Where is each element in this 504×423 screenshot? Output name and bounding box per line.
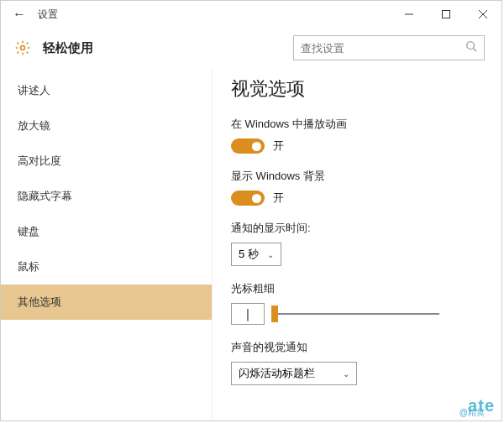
search-box[interactable] <box>293 35 485 60</box>
sidebar-item-label: 隐藏式字幕 <box>18 190 72 202</box>
svg-point-4 <box>21 46 25 50</box>
close-icon <box>479 10 487 18</box>
background-toggle[interactable] <box>231 191 265 206</box>
background-label: 显示 Windows 背景 <box>231 169 483 184</box>
settings-window: ← 设置 轻松使用 讲述人 放大镜 高 <box>0 0 502 421</box>
titlebar: ← 设置 <box>1 1 501 28</box>
maximize-button[interactable] <box>428 3 465 26</box>
content-pane: 视觉选项 在 Windows 中播放动画 开 显示 Windows 背景 开 通… <box>213 68 501 420</box>
close-button[interactable] <box>465 3 501 26</box>
sidebar-item-label: 讲述人 <box>18 84 50 97</box>
chevron-down-icon: ⌄ <box>343 369 349 379</box>
cursor-thickness-slider[interactable] <box>271 306 439 322</box>
maximize-icon <box>442 10 450 18</box>
gear-icon <box>13 38 33 58</box>
back-button[interactable]: ← <box>13 7 29 22</box>
sidebar-item-label: 高对比度 <box>18 154 61 167</box>
sound-visual-label: 声音的视觉通知 <box>231 340 483 355</box>
sidebar-item-high-contrast[interactable]: 高对比度 <box>1 144 212 179</box>
sidebar-item-keyboard[interactable]: 键盘 <box>1 214 212 249</box>
animations-toggle[interactable] <box>231 138 265 154</box>
sidebar-item-narrator[interactable]: 讲述人 <box>1 73 212 108</box>
sidebar-item-label: 放大镜 <box>18 119 50 132</box>
sound-visual-value: 闪烁活动标题栏 <box>239 366 315 381</box>
notification-duration-label: 通知的显示时间: <box>231 221 483 236</box>
cursor-preview: | <box>231 303 265 325</box>
minimize-icon <box>405 10 413 18</box>
minimize-button[interactable] <box>391 3 428 26</box>
cursor-thickness-label: 光标粗细 <box>231 281 483 296</box>
search-icon <box>465 40 477 55</box>
animations-state: 开 <box>273 138 284 154</box>
slider-thumb[interactable] <box>271 306 278 322</box>
sidebar-item-label: 鼠标 <box>18 260 39 273</box>
svg-line-6 <box>474 49 477 52</box>
page-heading: 视觉选项 <box>231 76 483 102</box>
sidebar-item-label: 其他选项 <box>18 295 61 308</box>
notification-duration-value: 5 秒 <box>239 247 259 262</box>
sidebar: 讲述人 放大镜 高对比度 隐藏式字幕 键盘 鼠标 其他选项 <box>1 68 213 420</box>
sidebar-item-other-options[interactable]: 其他选项 <box>1 285 212 320</box>
animations-label: 在 Windows 中播放动画 <box>231 117 483 132</box>
search-input[interactable] <box>301 42 465 55</box>
header: 轻松使用 <box>1 28 501 68</box>
window-title: 设置 <box>38 8 391 22</box>
app-title: 轻松使用 <box>43 40 293 56</box>
sound-visual-select[interactable]: 闪烁活动标题栏 ⌄ <box>231 362 357 385</box>
sidebar-item-closed-captions[interactable]: 隐藏式字幕 <box>1 179 212 214</box>
background-state: 开 <box>273 191 284 206</box>
sidebar-item-magnifier[interactable]: 放大镜 <box>1 108 212 144</box>
sidebar-item-label: 键盘 <box>18 225 39 238</box>
notification-duration-select[interactable]: 5 秒 ⌄ <box>231 243 281 266</box>
svg-point-5 <box>467 42 475 50</box>
chevron-down-icon: ⌄ <box>267 250 274 259</box>
svg-rect-1 <box>443 11 450 18</box>
sidebar-item-mouse[interactable]: 鼠标 <box>1 249 212 285</box>
